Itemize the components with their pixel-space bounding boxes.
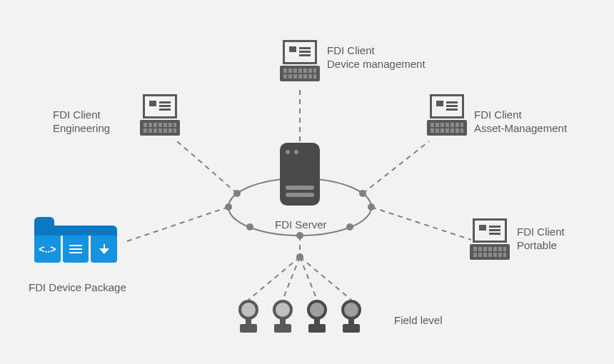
fdi-architecture-diagram: FDI Server FDI Client Engineering FDI Cl… — [0, 0, 614, 364]
svg-line-12 — [123, 207, 228, 243]
package-box-list — [63, 236, 89, 263]
field-sensor-icon — [271, 300, 294, 333]
server-label: FDI Server — [275, 218, 327, 232]
package-box-arrow — [91, 236, 117, 263]
field-level-label: Field level — [394, 314, 443, 328]
computer-icon-asset-mgmt — [427, 94, 467, 137]
svg-point-6 — [246, 223, 253, 231]
svg-line-11 — [363, 141, 429, 193]
field-sensor-icon — [340, 300, 363, 333]
field-sensor-icon — [306, 300, 328, 333]
package-box-code: <..> — [34, 236, 61, 263]
client-device-mgmt-label: FDI Client Device management — [327, 44, 426, 71]
computer-icon-device-mgmt — [280, 40, 320, 83]
server-icon — [280, 143, 320, 206]
client-asset-mgmt-label: FDI Client Asset-Management — [474, 108, 567, 136]
svg-line-18 — [300, 257, 351, 300]
svg-line-15 — [248, 257, 300, 300]
svg-line-13 — [371, 207, 471, 240]
client-engineering-label: FDI Client Engineering — [53, 108, 110, 136]
field-sensor-icon — [237, 300, 260, 333]
svg-line-9 — [177, 141, 237, 193]
computer-icon-engineering — [140, 94, 180, 137]
device-package-label: FDI Device Package — [29, 281, 126, 295]
svg-point-7 — [346, 223, 353, 231]
computer-icon-portable — [470, 218, 510, 261]
client-portable-label: FDI Client Portable — [517, 226, 565, 253]
svg-point-19 — [296, 253, 303, 261]
device-package-icon: <..> — [34, 217, 117, 263]
